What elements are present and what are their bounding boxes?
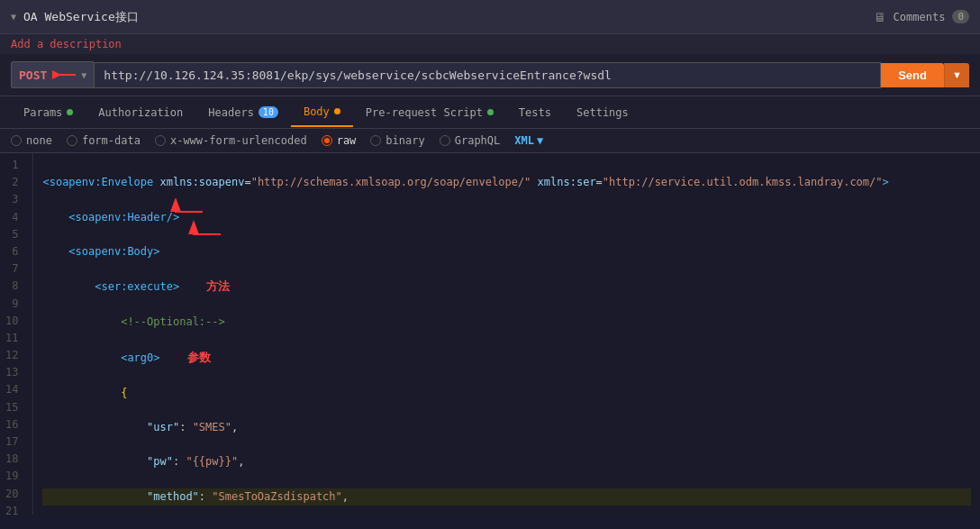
code-editor[interactable]: <soapenv:Envelope xmlns:soapenv="http://… — [33, 153, 980, 515]
method-dropdown-arrow: ▼ — [81, 70, 86, 80]
radio-formdata[interactable]: form-data — [67, 134, 141, 147]
method-label: POST — [19, 68, 47, 82]
code-line-8: "usr": "SMES", — [42, 419, 971, 436]
url-input[interactable] — [94, 62, 881, 88]
body-type-bar: none form-data x-www-form-urlencoded raw… — [0, 129, 980, 153]
format-select[interactable]: XML ▼ — [514, 134, 543, 147]
code-line-6: <arg0>参数 — [42, 349, 971, 368]
tab-body[interactable]: Body — [291, 98, 353, 127]
comments-label[interactable]: Comments — [894, 11, 946, 23]
line-numbers: 12345 678910 1112131415 1617181920 21222… — [0, 153, 33, 515]
code-line-5: <!--Optional:--> — [42, 314, 971, 331]
monitor-icon: 🖥 — [874, 10, 886, 24]
code-line-10: "method": "SmesToOaZsdispatch", — [42, 488, 971, 506]
tab-headers[interactable]: Headers 10 — [195, 99, 291, 126]
top-bar-right: 🖥 Comments 0 — [874, 10, 969, 24]
code-line-9: "pw": "{{pw}}", — [42, 453, 971, 470]
radio-none[interactable]: none — [11, 134, 52, 147]
radio-raw[interactable]: raw — [322, 134, 357, 147]
method-select[interactable]: POST ▼ — [11, 61, 94, 88]
send-dropdown-button[interactable]: ▼ — [944, 63, 969, 87]
app-title: OA WebService接口 — [23, 9, 139, 25]
top-bar-left: ▼ OA WebService接口 — [11, 9, 139, 25]
code-line-1: <soapenv:Envelope xmlns:soapenv="http://… — [42, 174, 971, 191]
tab-authorization[interactable]: Authorization — [86, 99, 195, 126]
send-button-group: Send ▼ — [881, 63, 969, 87]
body-dot — [334, 108, 340, 114]
code-line-2: <soapenv:Header/> — [42, 209, 971, 226]
method-arrow-svg — [52, 68, 77, 82]
radio-graphql[interactable]: GraphQL — [440, 134, 501, 147]
tab-prerequest[interactable]: Pre-request Script — [353, 99, 506, 126]
collapse-icon[interactable]: ▼ — [11, 12, 16, 22]
code-line-3: <soapenv:Body> — [42, 243, 971, 260]
top-bar: ▼ OA WebService接口 🖥 Comments 0 — [0, 0, 980, 34]
description-link[interactable]: Add a description — [0, 34, 980, 54]
tab-tests[interactable]: Tests — [506, 99, 564, 126]
code-line-7: { — [42, 385, 971, 402]
radio-urlencoded[interactable]: x-www-form-urlencoded — [155, 134, 307, 147]
tabs-bar: Params Authorization Headers 10 Body Pre… — [0, 96, 980, 129]
tab-params[interactable]: Params — [11, 99, 86, 126]
url-bar: POST ▼ Send ▼ — [0, 54, 980, 96]
code-area: 12345 678910 1112131415 1617181920 21222… — [0, 153, 980, 515]
comments-count: 0 — [952, 10, 969, 23]
radio-binary[interactable]: binary — [370, 134, 424, 147]
prerequest-dot — [487, 109, 494, 115]
tab-settings[interactable]: Settings — [564, 99, 641, 126]
send-button[interactable]: Send — [881, 63, 944, 87]
code-line-4: <ser:execute>方法 — [42, 278, 971, 296]
params-dot — [67, 109, 73, 115]
